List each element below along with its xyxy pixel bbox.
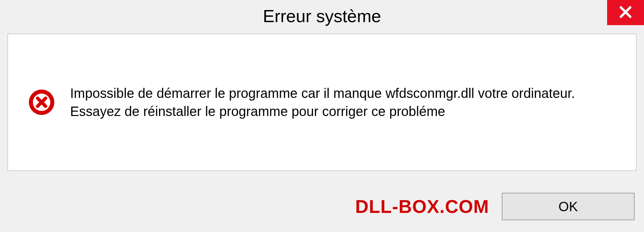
error-dialog: Erreur système Impossible de démarrer le… [0, 0, 644, 232]
watermark-text: DLL-BOX.COM [355, 196, 489, 217]
close-button[interactable] [607, 0, 644, 25]
title-bar: Erreur système [0, 0, 644, 32]
error-icon [28, 89, 55, 116]
content-area: Impossible de démarrer le programme car … [7, 34, 637, 171]
ok-button[interactable]: OK [502, 193, 635, 220]
close-icon [619, 5, 632, 20]
button-area: DLL-BOX.COM OK [355, 193, 635, 220]
dialog-title: Erreur système [263, 6, 381, 26]
error-message: Impossible de démarrer le programme car … [70, 84, 616, 120]
ok-button-label: OK [558, 199, 578, 214]
